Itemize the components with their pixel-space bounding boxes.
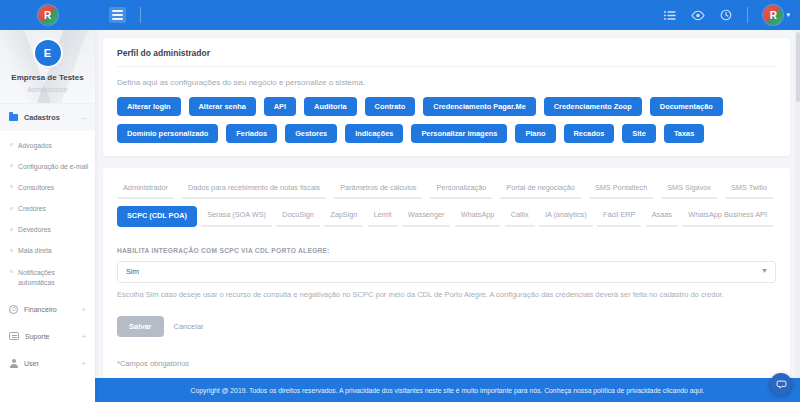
tab-portal-de-negocia-o[interactable]: Portal de negociação (500, 179, 581, 199)
sidebar: E Empresa de Testes Administrador Cadast… (0, 30, 95, 402)
profile-action-button[interactable]: Taxas (664, 124, 704, 143)
sidebar-subitem[interactable]: Advogados (0, 135, 95, 156)
top-bar: R R ▾ (0, 0, 800, 30)
tab-sms-pontaltech[interactable]: SMS Pontaltech (589, 179, 653, 199)
main-content: Perfil do administrador Defina aqui as c… (95, 30, 800, 378)
bullet-icon (10, 249, 13, 252)
clock-icon[interactable] (720, 9, 732, 21)
profile-action-buttons: Alterar loginAlterar senhaAPIAuditoriaCo… (117, 97, 776, 143)
save-button[interactable]: Salvar (117, 316, 164, 337)
sidebar-subitem[interactable]: Devedores (0, 220, 95, 241)
user-menu[interactable]: R ▾ (763, 5, 790, 25)
profile-action-button[interactable]: Documentação (650, 97, 723, 116)
collapse-indicator: – (82, 113, 86, 122)
bullet-icon (10, 228, 13, 231)
bullet-icon (10, 185, 13, 188)
sidebar-subitem[interactable]: Notificações automáticas (0, 262, 95, 293)
sidebar-subitem-label: Devedores (18, 225, 51, 235)
hamburger-icon[interactable] (109, 7, 126, 22)
sidebar-item-suporte[interactable]: Suporte + (0, 323, 95, 350)
profile-card: Perfil do administrador Defina aqui as c… (103, 38, 790, 156)
expand-indicator: + (81, 359, 86, 368)
tabs-row-1: AdministradorDados para recebimento de n… (117, 179, 776, 206)
profile-action-button[interactable]: Site (622, 124, 656, 143)
sidebar-item-user[interactable]: User + (0, 350, 95, 377)
company-name: Empresa de Testes (4, 73, 91, 82)
tab-sms-sigavox[interactable]: SMS Sigavox (661, 179, 717, 199)
sidebar-subitem-label: Credores (18, 204, 46, 214)
profile-action-button[interactable]: Contrato (365, 97, 416, 116)
tab-ia-analytics[interactable]: IA (analytics) (539, 206, 593, 227)
tab-f-cil-erp[interactable]: Fácil ERP (597, 206, 641, 227)
profile-action-button[interactable]: Indicações (345, 124, 403, 143)
profile-action-button[interactable]: Domínio personalizado (117, 124, 218, 143)
tab-wassenger[interactable]: Wassenger (402, 206, 451, 227)
bullet-icon (10, 143, 13, 146)
scrollbar[interactable] (795, 30, 800, 378)
profile-action-button[interactable]: Personalizar imagens (411, 124, 507, 143)
profile-action-button[interactable]: Credenciamento Zoop (544, 97, 642, 116)
bullet-icon (10, 270, 13, 273)
tab-personaliza-o[interactable]: Personalização (430, 179, 492, 199)
sidebar-item-financeiro[interactable]: Financeiro + (0, 296, 95, 323)
tasks-icon[interactable] (663, 9, 676, 22)
profile-action-button[interactable]: API (264, 97, 296, 116)
sidebar-subitem[interactable]: Configuração de e-mail (0, 156, 95, 177)
sidebar-subitem-label: Advogados (18, 141, 52, 151)
profile-action-button[interactable]: Alterar login (117, 97, 181, 116)
profile-action-button[interactable]: Gestores (285, 124, 337, 143)
sidebar-subitem[interactable]: Mala direta (0, 241, 95, 262)
sidebar-subitem[interactable]: Credores (0, 199, 95, 220)
eye-icon[interactable] (691, 10, 705, 21)
profile-action-button[interactable]: Auditoria (304, 97, 356, 116)
sidebar-item-label: Financeiro (24, 306, 57, 313)
topbar-divider (747, 7, 748, 23)
copyright-text: Copyright @ 2019. Todos os direitos rese… (191, 387, 705, 394)
cadastros-submenu: AdvogadosConfiguração de e-mailConsultor… (0, 131, 95, 296)
tab-callix[interactable]: Callix (505, 206, 535, 227)
field-label: HABILITA INTEGRAÇÃO COM SCPC VIA CDL POR… (117, 247, 776, 254)
bullet-icon (10, 164, 13, 167)
sidebar-subitem-label: Notificações automáticas (18, 268, 89, 288)
tabs-row-2: SCPC (CDL POA)Serasa (SOA WS)DocuSignZap… (117, 206, 776, 234)
sidebar-item-cadastros[interactable]: Cadastros – (0, 104, 95, 131)
chat-widget-button[interactable] (770, 373, 792, 395)
chat-bubble-icon (776, 379, 787, 390)
profile-action-button[interactable]: Feriados (226, 124, 277, 143)
tab-whatsapp[interactable]: WhatsApp (455, 206, 501, 227)
page-title: Perfil do administrador (117, 48, 776, 67)
scpc-select-wrap: Sim ▼ (117, 260, 776, 283)
tab-whatsapp-business-api[interactable]: WhatsApp Business API (682, 206, 773, 227)
cancel-button[interactable]: Cancelar (174, 322, 204, 331)
tab-scpc-cdl-poa[interactable]: SCPC (CDL POA) (117, 206, 197, 227)
company-avatar: E (35, 40, 61, 66)
expand-indicator: + (81, 332, 86, 341)
brand-logo-area: R (0, 5, 95, 25)
bullet-icon (10, 207, 13, 210)
profile-action-button[interactable]: Recados (564, 124, 615, 143)
settings-card: AdministradorDados para recebimento de n… (103, 168, 790, 378)
profile-action-button[interactable]: Plano (515, 124, 555, 143)
tab-administrador[interactable]: Administrador (117, 179, 174, 199)
scrollbar-thumb[interactable] (796, 32, 800, 102)
sidebar-item-label: User (24, 360, 39, 367)
brand-logo-icon[interactable]: R (38, 5, 58, 25)
suporte-monitor-icon (9, 332, 19, 340)
tab-dados-para-recebimento-de-notas-fiscais[interactable]: Dados para recebimento de notas fiscais (182, 179, 326, 199)
profile-action-button[interactable]: Alterar senha (189, 97, 256, 116)
tab-zapsign[interactable]: ZapSign (324, 206, 363, 227)
sidebar-subitem[interactable]: Consultores (0, 177, 95, 198)
tab-sms-twilio[interactable]: SMS Twilio (725, 179, 773, 199)
tab-lemit[interactable]: Lemit (368, 206, 398, 227)
profile-action-button[interactable]: Credenciamento Pagar.Me (423, 97, 535, 116)
topbar-divider (140, 7, 141, 23)
tab-serasa-soa-ws[interactable]: Serasa (SOA WS) (201, 206, 272, 227)
tab-docusign[interactable]: DocuSign (276, 206, 320, 227)
folder-icon (9, 114, 18, 121)
user-icon (9, 359, 18, 368)
expand-indicator: + (81, 305, 86, 314)
field-helper-text: Escolha Sim caso deseje usar o recurso d… (117, 290, 776, 299)
tab-par-metros-de-c-lculos[interactable]: Parâmetros de cálculos (334, 179, 422, 199)
scpc-enable-select[interactable]: Sim (117, 261, 776, 283)
tab-asaas[interactable]: Asaas (646, 206, 678, 227)
